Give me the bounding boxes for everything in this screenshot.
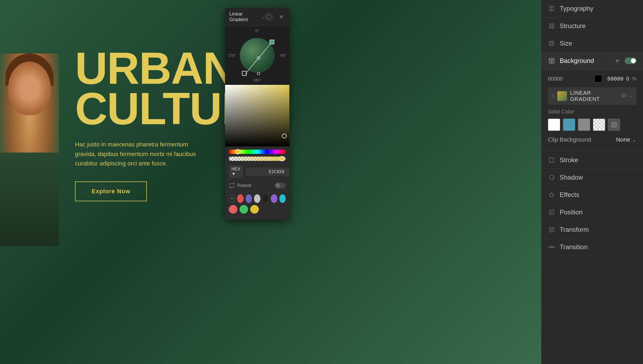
svg-rect-13 — [549, 41, 554, 46]
section-stroke: Stroke — [541, 151, 643, 169]
section-position: Position — [541, 204, 643, 221]
picker-title: Linear Gradient — [229, 11, 260, 22]
transform-row[interactable]: Transform — [541, 221, 643, 238]
color-picker-popup: Linear Gradient ⌄ 0° 90° 27 — [225, 8, 289, 219]
color-gradient-area[interactable] — [225, 85, 289, 146]
transform-icon — [548, 226, 555, 233]
swatch-red[interactable] — [237, 194, 243, 203]
shadow-row[interactable]: Shadow — [541, 169, 643, 186]
stroke-icon — [548, 156, 555, 164]
swatch-violet[interactable] — [271, 194, 277, 203]
position-row[interactable]: Position — [541, 204, 643, 221]
drag-icon: ⠿ — [551, 93, 555, 99]
swatch-green[interactable] — [240, 205, 248, 214]
eye-icon[interactable] — [621, 93, 626, 99]
swatch-transparent[interactable] — [593, 119, 605, 131]
explore-now-button[interactable]: Explore Now — [75, 181, 147, 201]
transition-row[interactable]: Transition — [541, 238, 643, 256]
hero-subtitle: Hac justo in maecenas pharetra fermentum… — [75, 140, 209, 168]
color-cursor — [282, 134, 287, 138]
swatches-container: + — [225, 192, 289, 219]
picker-close-button[interactable] — [278, 13, 285, 21]
swatch-yellow[interactable] — [250, 205, 259, 214]
stroke-row[interactable]: Stroke — [541, 151, 643, 169]
swatches-row-2 — [229, 205, 286, 214]
sliders-container — [225, 146, 289, 163]
minus-icon[interactable]: — — [629, 94, 633, 98]
swatch-coral[interactable] — [229, 205, 237, 214]
svg-line-3 — [245, 42, 272, 74]
svg-point-15 — [551, 61, 552, 62]
clip-value-text: None — [616, 136, 630, 143]
opacity-display: 0 — [626, 76, 629, 82]
swatch-light-gray[interactable] — [254, 194, 260, 203]
swatch-teal[interactable] — [563, 119, 575, 131]
structure-row[interactable]: Structure — [541, 17, 643, 35]
solid-color-label: Solid Color — [548, 109, 637, 115]
gradient-preview-swatch — [557, 91, 567, 101]
svg-point-0 — [267, 15, 271, 19]
shadow-label: Shadow — [560, 174, 583, 181]
hue-slider[interactable] — [229, 150, 286, 154]
gradient-line-svg — [236, 34, 279, 77]
add-swatch-button[interactable]: + — [229, 194, 235, 203]
svg-rect-11 — [549, 26, 551, 28]
clip-label: Clip Background — [548, 136, 616, 143]
clip-value-selector[interactable]: None ⌄ — [616, 136, 637, 143]
angle-label-bottom: 180° — [253, 78, 261, 82]
transition-icon — [548, 243, 555, 251]
effects-icon — [548, 191, 555, 199]
swatch-image[interactable] — [608, 119, 620, 131]
hex-type-selector[interactable]: HEX ▼ — [229, 165, 243, 178]
swatch-cyan[interactable] — [279, 194, 286, 203]
position-label: Position — [560, 208, 582, 216]
color-swatch[interactable] — [595, 75, 602, 82]
transition-label: Transition — [560, 243, 588, 251]
section-background: Background 00000 00000 0 % ⠿ — [541, 52, 643, 151]
section-typography: Typography — [541, 0, 643, 17]
shadow-icon — [548, 174, 555, 181]
background-content: 00000 00000 0 % ⠿ LINEAR GRADIENT — [541, 70, 643, 151]
back-arrow-button[interactable] — [614, 57, 622, 65]
svg-rect-10 — [552, 24, 554, 25]
swatch-purple[interactable] — [246, 194, 252, 203]
hex-value-input[interactable] — [246, 168, 289, 176]
close-icon — [278, 14, 284, 20]
clip-row: Clip Background None ⌄ — [548, 136, 637, 143]
swatch-dark[interactable] — [263, 194, 269, 203]
gradient-row[interactable]: ⠿ LINEAR GRADIENT — — [548, 87, 637, 105]
effects-row[interactable]: Effects — [541, 186, 643, 203]
circle-icon — [266, 14, 272, 20]
svg-rect-19 — [549, 158, 554, 162]
repeat-toggle[interactable] — [275, 183, 286, 188]
swatch-gray[interactable] — [578, 119, 590, 131]
structure-icon — [548, 22, 555, 30]
svg-rect-12 — [552, 26, 554, 28]
woman-face — [8, 62, 51, 115]
color-label: 00000 — [548, 76, 569, 82]
swatches-row-1: + — [229, 194, 286, 203]
background-toggle[interactable] — [625, 58, 637, 64]
hue-thumb[interactable] — [235, 149, 241, 154]
svg-rect-5 — [270, 40, 274, 44]
size-row[interactable]: Size — [541, 35, 643, 52]
repeat-row: Repeat — [225, 180, 289, 192]
picker-chevron-icon[interactable]: ⌄ — [262, 14, 265, 20]
position-icon — [548, 208, 555, 216]
alpha-slider[interactable] — [229, 157, 286, 161]
picker-header: Linear Gradient ⌄ — [225, 8, 289, 26]
alpha-thumb[interactable] — [279, 156, 285, 161]
canvas: URBAN CULTURE Hac justo in maecenas phar… — [0, 0, 541, 364]
gradient-angle-area[interactable]: 0° 90° 270° 180° — [225, 26, 289, 85]
color-row: 00000 00000 0 % — [548, 75, 637, 82]
angle-label-left: 270° — [228, 53, 236, 58]
background-header-icon — [548, 57, 555, 65]
section-effects: Effects — [541, 186, 643, 204]
svg-point-7 — [257, 72, 260, 75]
typography-row[interactable]: Typography — [541, 0, 643, 17]
picker-reset-button[interactable] — [265, 13, 273, 21]
hex-display: 00000 — [607, 75, 623, 82]
transform-label: Transform — [560, 226, 589, 233]
stroke-label: Stroke — [560, 156, 578, 164]
swatch-white[interactable] — [548, 119, 560, 131]
